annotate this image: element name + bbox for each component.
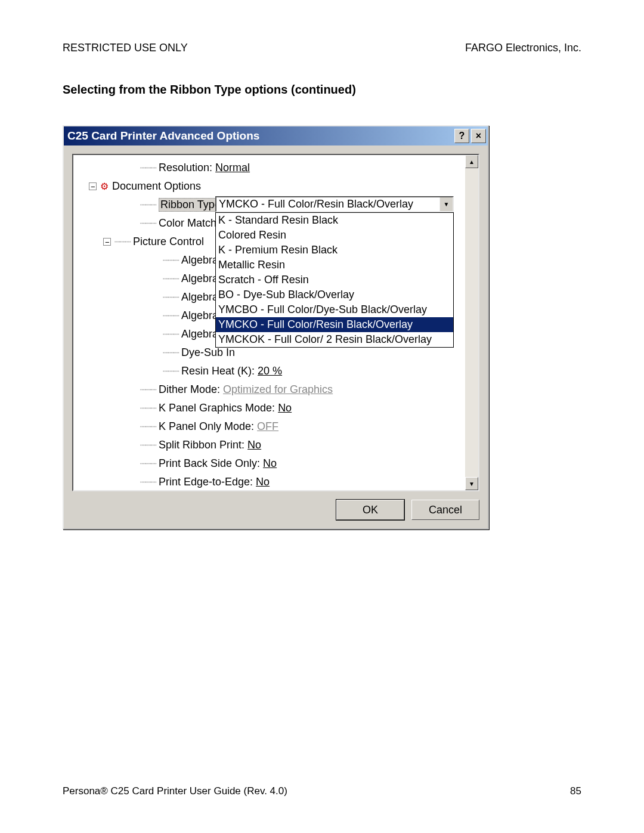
collapse-icon[interactable]: − bbox=[103, 238, 111, 246]
scroll-up-icon[interactable]: ▲ bbox=[465, 155, 478, 168]
tree-connector: ┈┈┈ bbox=[140, 162, 159, 174]
tree-connector: ┈┈┈ bbox=[163, 273, 181, 284]
picture-control-label: Picture Control bbox=[133, 236, 204, 248]
ribbon-type-combo[interactable]: YMCKO - Full Color/Resin Black/Overlay ▼ bbox=[215, 196, 454, 212]
dialog-title: C25 Card Printer Advanced Options bbox=[67, 129, 454, 143]
tree-connector: ┈┈┈ bbox=[114, 236, 133, 247]
tree-connector: ┈┈┈ bbox=[140, 384, 159, 395]
vertical-scrollbar[interactable]: ▲ ▼ bbox=[465, 155, 478, 490]
split-ribbon-label: Split Ribbon Print: bbox=[159, 439, 244, 451]
ok-button[interactable]: OK bbox=[336, 500, 404, 520]
footer-left: Persona® C25 Card Printer User Guide (Re… bbox=[63, 785, 287, 797]
dropdown-option[interactable]: YMCBO - Full Color/Dye-Sub Black/Overlay bbox=[216, 302, 453, 317]
close-button[interactable]: × bbox=[471, 129, 486, 143]
dropdown-option[interactable]: Colored Resin bbox=[216, 228, 453, 243]
tree-row-resin-heat[interactable]: ┈┈┈ Resin Heat (K): 20 % bbox=[75, 362, 464, 380]
resolution-label: Resolution: bbox=[159, 162, 212, 174]
help-button[interactable]: ? bbox=[454, 129, 469, 143]
tree-row-dither[interactable]: ┈┈┈ Dither Mode: Optimized for Graphics bbox=[75, 380, 464, 399]
tree-connector: ┈┈┈ bbox=[140, 402, 159, 414]
cancel-button[interactable]: Cancel bbox=[411, 500, 479, 520]
tree-row-resolution[interactable]: ┈┈┈ Resolution: Normal bbox=[75, 159, 464, 177]
scroll-down-icon[interactable]: ▼ bbox=[465, 477, 478, 490]
document-options-icon: ⚙ bbox=[100, 181, 112, 192]
dropdown-option[interactable]: Metallic Resin bbox=[216, 258, 453, 272]
print-back-value: No bbox=[263, 457, 277, 470]
tree-connector: ┈┈┈ bbox=[140, 199, 159, 210]
tree-row-split-ribbon[interactable]: ┈┈┈ Split Ribbon Print: No bbox=[75, 436, 464, 454]
dropdown-option[interactable]: K - Premium Resin Black bbox=[216, 243, 453, 258]
resolution-value: Normal bbox=[215, 162, 250, 174]
ribbon-type-dropdown[interactable]: K - Standard Resin BlackColored ResinK -… bbox=[215, 212, 454, 348]
dropdown-option[interactable]: K - Standard Resin Black bbox=[216, 213, 453, 228]
kpanel-only-label: K Panel Only Mode: bbox=[159, 420, 254, 433]
tree-row-print-edge[interactable]: ┈┈┈ Print Edge-to-Edge: No bbox=[75, 473, 464, 491]
document-options-label: Document Options bbox=[112, 180, 201, 193]
dropdown-option[interactable]: YMCKOK - Full Color/ 2 Resin Black/Overl… bbox=[216, 332, 453, 347]
dither-value: Optimized for Graphics bbox=[223, 383, 333, 396]
tree-connector: ┈┈┈ bbox=[140, 476, 159, 488]
dye-sub-label: Dye-Sub In bbox=[181, 346, 235, 359]
kpanel-graphics-value: No bbox=[278, 402, 292, 414]
tree-row-print-back[interactable]: ┈┈┈ Print Back Side Only: No bbox=[75, 454, 464, 473]
tree-connector: ┈┈┈ bbox=[140, 421, 159, 432]
dropdown-option[interactable]: YMCKO - Full Color/Resin Black/Overlay bbox=[216, 317, 453, 332]
collapse-icon[interactable]: − bbox=[89, 182, 97, 190]
print-edge-label: Print Edge-to-Edge: bbox=[159, 476, 253, 488]
tree-connector: ┈┈┈ bbox=[140, 458, 159, 469]
tree-connector: ┈┈┈ bbox=[163, 366, 181, 377]
titlebar: C25 Card Printer Advanced Options ? × bbox=[64, 126, 488, 145]
tree-connector: ┈┈┈ bbox=[163, 310, 181, 321]
advanced-options-dialog: C25 Card Printer Advanced Options ? × ┈┈… bbox=[63, 125, 489, 529]
resin-heat-value: 20 % bbox=[258, 365, 282, 377]
kpanel-only-value: OFF bbox=[257, 420, 278, 433]
tree-connector: ┈┈┈ bbox=[163, 255, 181, 266]
ribbon-type-selected: YMCKO - Full Color/Resin Black/Overlay bbox=[216, 198, 439, 210]
options-tree: ┈┈┈ Resolution: Normal − ⚙ Document Opti… bbox=[72, 154, 479, 491]
dropdown-option[interactable]: Scratch - Off Resin bbox=[216, 272, 453, 287]
tree-connector: ┈┈┈ bbox=[140, 218, 159, 229]
header-left: RESTRICTED USE ONLY bbox=[63, 42, 188, 54]
resin-heat-label: Resin Heat (K): bbox=[181, 365, 255, 377]
tree-row-kpanel-graphics[interactable]: ┈┈┈ K Panel Graphics Mode: No bbox=[75, 399, 464, 417]
dither-label: Dither Mode: bbox=[159, 383, 220, 396]
tree-row-document-options[interactable]: − ⚙ Document Options bbox=[75, 177, 464, 196]
tree-connector: ┈┈┈ bbox=[163, 329, 181, 340]
section-title: Selecting from the Ribbon Type options (… bbox=[63, 83, 581, 97]
split-ribbon-value: No bbox=[247, 439, 261, 451]
print-edge-value: No bbox=[256, 476, 270, 488]
tree-connector: ┈┈┈ bbox=[140, 439, 159, 451]
header-right: FARGO Electronics, Inc. bbox=[465, 42, 581, 54]
scroll-track[interactable] bbox=[465, 168, 478, 477]
tree-connector: ┈┈┈ bbox=[163, 347, 181, 358]
page-number: 85 bbox=[570, 785, 581, 797]
tree-connector: ┈┈┈ bbox=[163, 292, 181, 303]
print-back-label: Print Back Side Only: bbox=[159, 457, 260, 470]
kpanel-graphics-label: K Panel Graphics Mode: bbox=[159, 402, 275, 414]
tree-row-kpanel-only[interactable]: ┈┈┈ K Panel Only Mode: OFF bbox=[75, 417, 464, 436]
chevron-down-icon[interactable]: ▼ bbox=[439, 197, 453, 211]
dropdown-option[interactable]: BO - Dye-Sub Black/Overlay bbox=[216, 287, 453, 302]
